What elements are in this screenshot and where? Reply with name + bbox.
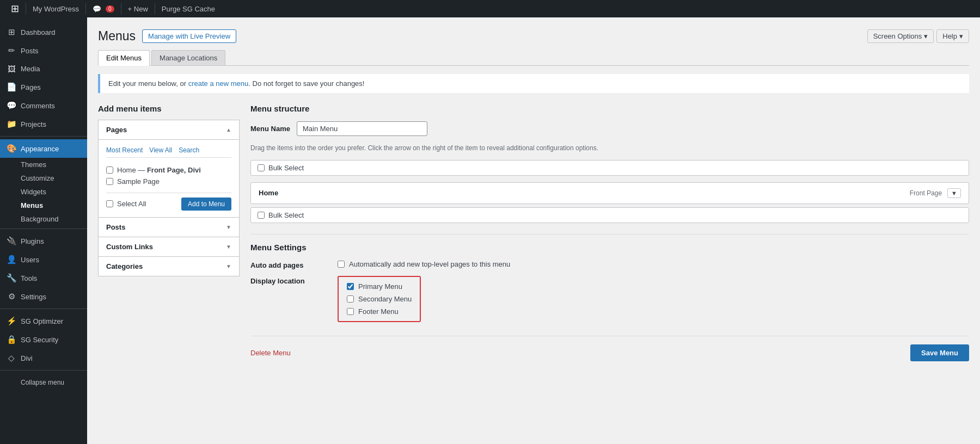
filter-search[interactable]: Search <box>179 146 199 154</box>
add-menu-panel: Add menu items Pages ▲ Most Recent <box>98 104 240 276</box>
select-all-row: Select All Add to Menu <box>106 193 231 211</box>
sidebar-label-widgets: Widgets <box>21 188 46 196</box>
adminbar-site-name[interactable]: My WordPress <box>27 0 84 17</box>
sidebar-label-comments: Comments <box>21 102 55 110</box>
tab-manage-locations[interactable]: Manage Locations <box>151 50 225 65</box>
sidebar-item-posts[interactable]: ✏ Posts <box>0 41 87 60</box>
menu-name-row: Menu Name <box>250 121 969 136</box>
menu-name-input[interactable] <box>297 121 427 136</box>
page-item-home: Home — Front Page, Divi <box>106 164 231 176</box>
menu-item-home-tag: Front Page <box>910 189 942 197</box>
sidebar-item-sg-security[interactable]: 🔒 SG Security <box>0 330 87 349</box>
sidebar-item-comments[interactable]: 💬 Comments <box>0 96 87 115</box>
filter-view-all[interactable]: View All <box>149 146 172 154</box>
create-menu-link[interactable]: create a new menu <box>188 79 249 88</box>
menu-structure-panel: Menu structure Menu Name Drag the items … <box>250 104 969 361</box>
accordion-pages-arrow: ▲ <box>226 127 231 133</box>
notice-text-before: Edit your menu below, or <box>108 79 188 88</box>
sidebar-item-sg-optimizer[interactable]: ⚡ SG Optimizer <box>0 312 87 330</box>
sidebar-item-media[interactable]: 🖼 Media <box>0 60 87 78</box>
adminbar-purge-cache[interactable]: Purge SG Cache <box>156 0 220 17</box>
location-primary-label: Primary Menu <box>358 282 402 291</box>
auto-add-description: Automatically add new top-level pages to… <box>349 260 510 268</box>
filter-most-recent[interactable]: Most Recent <box>106 146 143 154</box>
sg-optimizer-icon: ⚡ <box>7 316 16 326</box>
sidebar-sub-background[interactable]: Background <box>0 212 87 226</box>
main-tabs: Edit Menus Manage Locations <box>98 50 969 66</box>
sidebar-item-projects[interactable]: 📁 Projects <box>0 115 87 133</box>
adminbar-wp-logo[interactable]: ⊞ <box>5 0 24 17</box>
sidebar-item-settings[interactable]: ⚙ Settings <box>0 287 87 306</box>
sidebar: ⊞ Dashboard ✏ Posts 🖼 Media 📄 Pages 💬 Co… <box>0 17 87 444</box>
bulk-select-checkbox-bottom[interactable] <box>258 212 265 219</box>
page-label-home: Home — Front Page, Divi <box>117 166 201 174</box>
accordion-posts-header[interactable]: Posts ▼ <box>99 218 239 237</box>
page-checkbox-sample[interactable] <box>106 178 113 185</box>
plugins-icon: 🔌 <box>7 236 16 246</box>
accordion-categories-header[interactable]: Categories ▼ <box>99 257 239 276</box>
bulk-select-checkbox-top[interactable] <box>258 164 265 171</box>
delete-menu-button[interactable]: Delete Menu <box>250 349 291 357</box>
menu-item-home-right: Front Page ▼ <box>910 188 961 198</box>
accordion-custom-links-header[interactable]: Custom Links ▼ <box>99 237 239 256</box>
sidebar-item-users[interactable]: 👤 Users <box>0 250 87 269</box>
help-arrow-icon: ▾ <box>959 32 963 40</box>
save-menu-button[interactable]: Save Menu <box>910 344 969 361</box>
posts-icon: ✏ <box>7 46 16 55</box>
accordion-categories-label: Categories <box>106 262 143 270</box>
add-to-menu-button[interactable]: Add to Menu <box>181 198 231 211</box>
location-primary: Primary Menu <box>347 282 412 291</box>
sidebar-label-pages: Pages <box>21 83 41 91</box>
sidebar-sub-menus[interactable]: Menus <box>0 199 87 212</box>
screen-options-label: Screen Options <box>873 32 922 40</box>
sidebar-divider2 <box>0 229 87 229</box>
sidebar-label-sg-security: SG Security <box>21 336 58 344</box>
accordion-custom-links-label: Custom Links <box>106 243 153 251</box>
help-button[interactable]: Help ▾ <box>936 29 969 43</box>
sidebar-sub-widgets[interactable]: Widgets <box>0 185 87 199</box>
auto-add-checkbox[interactable] <box>338 261 345 268</box>
screen-options-button[interactable]: Screen Options ▾ <box>867 29 934 43</box>
help-label: Help <box>942 32 957 40</box>
sidebar-label-settings: Settings <box>21 293 46 301</box>
select-all-label: Select All <box>117 200 146 208</box>
sidebar-label-divi: Divi <box>21 354 33 362</box>
menu-name-label: Menu Name <box>250 125 290 133</box>
menu-item-home: Home Front Page ▼ <box>250 182 969 204</box>
sidebar-item-tools[interactable]: 🔧 Tools <box>0 269 87 287</box>
sidebar-item-pages[interactable]: 📄 Pages <box>0 78 87 96</box>
menu-item-home-toggle[interactable]: ▼ <box>947 188 961 198</box>
location-secondary-checkbox[interactable] <box>347 295 354 303</box>
add-menu-title: Add menu items <box>98 104 240 113</box>
sidebar-divider1 <box>0 136 87 137</box>
sidebar-item-divi[interactable]: ◇ Divi <box>0 349 87 367</box>
page-bold-home: Front Page, Divi <box>147 166 201 174</box>
sidebar-item-dashboard[interactable]: ⊞ Dashboard <box>0 23 87 41</box>
accordion-pages-header[interactable]: Pages ▲ <box>99 120 239 139</box>
select-all-checkbox[interactable] <box>106 200 113 207</box>
screen-options-arrow-icon: ▾ <box>924 32 928 40</box>
adminbar-sep4 <box>155 3 155 14</box>
bulk-select-top[interactable]: Bulk Select <box>250 160 969 176</box>
sidebar-item-appearance[interactable]: 🎨 Appearance <box>0 139 87 158</box>
accordion-posts: Posts ▼ <box>98 218 240 237</box>
page-checkbox-home[interactable] <box>106 166 113 174</box>
sidebar-collapse[interactable]: Collapse menu <box>0 373 87 392</box>
sidebar-sub-themes[interactable]: Themes <box>0 158 87 171</box>
adminbar-comments[interactable]: 💬 0 <box>87 0 120 17</box>
page-label-sample: Sample Page <box>117 177 160 186</box>
accordion-posts-label: Posts <box>106 223 125 231</box>
location-footer-checkbox[interactable] <box>347 308 354 315</box>
display-location-row: Display location Primary Menu Secondary … <box>250 276 969 322</box>
adminbar-new[interactable]: + New <box>122 0 154 17</box>
tab-edit-menus[interactable]: Edit Menus <box>98 50 150 66</box>
main-layout: ⊞ Dashboard ✏ Posts 🖼 Media 📄 Pages 💬 Co… <box>0 17 980 444</box>
notice-text-after: . Do not forget to save your changes! <box>248 79 364 88</box>
sidebar-item-plugins[interactable]: 🔌 Plugins <box>0 232 87 250</box>
bulk-select-bottom[interactable]: Bulk Select <box>250 207 969 223</box>
sidebar-sub-customize[interactable]: Customize <box>0 171 87 185</box>
location-primary-checkbox[interactable] <box>347 283 354 290</box>
live-preview-button[interactable]: Manage with Live Preview <box>142 29 236 43</box>
adminbar-sep2 <box>85 3 86 14</box>
pages-icon: 📄 <box>7 82 16 92</box>
